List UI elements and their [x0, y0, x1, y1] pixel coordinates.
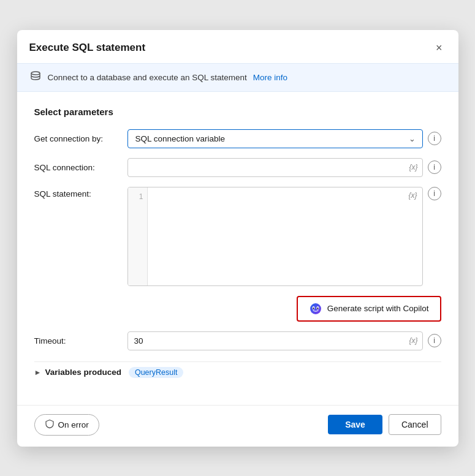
svg-point-4	[313, 307, 314, 309]
generate-copilot-button[interactable]: Generate script with Copilot	[297, 296, 441, 322]
sql-statement-label: SQL statement:	[34, 187, 120, 198]
footer-left: On error	[34, 414, 99, 436]
sql-statement-info-icon[interactable]: i	[428, 187, 441, 200]
timeout-input[interactable]	[127, 331, 423, 350]
sql-connection-input-wrapper: {x}	[127, 158, 423, 177]
sql-connection-input[interactable]	[127, 158, 423, 177]
variables-produced-row: ► Variables produced QueryResult	[34, 361, 441, 383]
sql-statement-control: 1 {x} i	[127, 187, 441, 286]
cancel-button[interactable]: Cancel	[389, 414, 441, 435]
sql-connection-var-badge: {x}	[409, 163, 417, 172]
footer-right: Save Cancel	[328, 414, 441, 435]
variables-produced-toggle[interactable]: ► Variables produced	[34, 368, 121, 377]
database-icon	[29, 70, 42, 85]
timeout-var-badge: {x}	[409, 336, 417, 345]
variables-chevron-icon: ►	[34, 368, 42, 377]
sql-connection-control: {x} i	[127, 158, 441, 177]
connection-by-info-icon[interactable]: i	[428, 132, 441, 145]
on-error-label: On error	[58, 420, 89, 429]
more-info-link[interactable]: More info	[253, 73, 287, 82]
copilot-icon	[309, 302, 322, 315]
svg-point-0	[31, 72, 40, 75]
dialog-header: Execute SQL statement ×	[17, 30, 458, 63]
sql-connection-info-icon[interactable]: i	[428, 161, 441, 174]
on-error-button[interactable]: On error	[34, 414, 99, 436]
timeout-label: Timeout:	[34, 331, 120, 346]
timeout-row: Timeout: {x} i	[34, 331, 441, 350]
sql-connection-label: SQL connection:	[34, 158, 120, 172]
svg-point-5	[317, 307, 318, 309]
sql-textarea-container: 1 {x}	[127, 187, 423, 286]
timeout-control: {x} i	[127, 331, 441, 350]
shield-icon	[45, 419, 55, 431]
copilot-button-label: Generate script with Copilot	[327, 304, 429, 313]
info-banner: Connect to a database and execute an SQL…	[17, 63, 458, 92]
connection-by-select[interactable]: SQL connection variable	[127, 129, 423, 148]
query-result-badge: QueryResult	[129, 367, 183, 378]
sql-statement-textarea[interactable]	[148, 187, 422, 285]
connection-by-select-wrapper: SQL connection variable ⌄	[127, 129, 423, 148]
close-button[interactable]: ×	[432, 40, 446, 56]
save-button[interactable]: Save	[328, 415, 382, 434]
variables-produced-label: Variables produced	[45, 368, 121, 377]
svg-point-1	[310, 303, 321, 314]
dialog-body: Select parameters Get connection by: SQL…	[17, 92, 458, 405]
dialog-title: Execute SQL statement	[29, 42, 146, 54]
dialog-footer: On error Save Cancel	[17, 405, 458, 447]
timeout-input-wrapper: {x}	[127, 331, 423, 350]
sql-connection-row: SQL connection: {x} i	[34, 158, 441, 177]
copilot-row: Generate script with Copilot	[34, 296, 441, 322]
timeout-info-icon[interactable]: i	[428, 334, 441, 347]
info-banner-text: Connect to a database and execute an SQL…	[48, 73, 247, 82]
execute-sql-dialog: Execute SQL statement × Connect to a dat…	[17, 30, 458, 447]
connection-by-row: Get connection by: SQL connection variab…	[34, 129, 441, 148]
sql-statement-row: SQL statement: 1 {x} i	[34, 187, 441, 286]
line-numbers: 1	[128, 187, 148, 285]
line-number-1: 1	[139, 191, 143, 203]
connection-by-control: SQL connection variable ⌄ i	[127, 129, 441, 148]
sql-statement-var-badge: {x}	[408, 191, 417, 200]
connection-by-label: Get connection by:	[34, 129, 120, 143]
section-title: Select parameters	[34, 107, 441, 117]
